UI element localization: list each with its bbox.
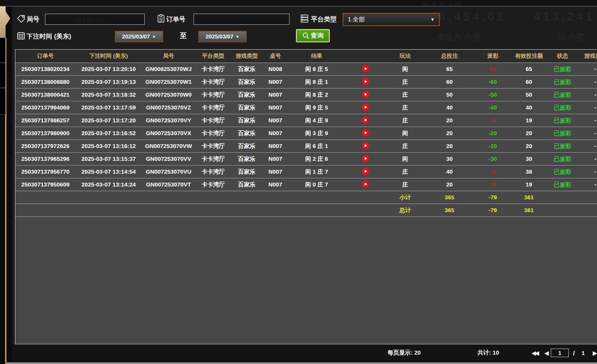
cell-video xyxy=(345,90,386,100)
cell-bet-time: 2025-03-07 13:14:54 xyxy=(75,169,142,175)
cell-platform: 卡卡湾厅 xyxy=(195,155,231,163)
prev-page-icon[interactable]: ◀ xyxy=(544,344,549,361)
cell-result: 闲 9 庄 5 xyxy=(288,104,345,112)
play-video-icon[interactable] xyxy=(362,142,369,150)
cell-status: 已派彩 xyxy=(547,155,578,163)
subtotal-row: 小计 365 -79 361 xyxy=(15,191,597,204)
column-header: 结果 xyxy=(288,52,345,60)
cell-game-type: 百家乐 xyxy=(231,65,263,73)
cell-payout: -40 xyxy=(475,104,511,111)
table-row[interactable]: 250307137965296 2025-03-07 13:15:37 GN00… xyxy=(15,152,597,165)
first-page-icon[interactable]: ◀◀ xyxy=(531,344,538,361)
table-row[interactable]: 250307137980900 2025-03-07 13:16:52 GN00… xyxy=(15,127,597,139)
cell-video xyxy=(345,116,386,125)
cell-valid-bet: 38 xyxy=(511,169,547,175)
cell-table-no: N007 xyxy=(263,104,288,111)
cell-table-no: N008 xyxy=(263,66,288,72)
cell-order-no: 250307137965296 xyxy=(15,156,75,162)
cell-table-no: N007 xyxy=(263,143,288,149)
date-range-to-label: 至 xyxy=(180,32,187,41)
cell-play-type: 庄 xyxy=(386,78,424,86)
table-row[interactable]: 250307138008880 2025-03-07 13:19:13 GN00… xyxy=(15,75,597,88)
cell-game-extra: - xyxy=(578,169,597,175)
cell-platform: 卡卡湾厅 xyxy=(195,117,231,124)
date-to-picker[interactable]: 2025/03/07 ▼ xyxy=(198,31,247,42)
table-row[interactable]: 250307138020234 2025-03-07 13:20:10 GN00… xyxy=(15,62,597,75)
cell-table-no: N007 xyxy=(263,92,288,98)
cell-status: 已派彩 xyxy=(547,78,578,86)
cell-status: 已派彩 xyxy=(547,181,578,189)
page-divider: / xyxy=(573,344,575,361)
cell-play-type: 庄 xyxy=(386,168,424,176)
cell-bet-time: 2025-03-07 13:19:13 xyxy=(75,79,142,85)
cell-bet-time: 2025-03-07 13:17:59 xyxy=(75,104,142,111)
per-page-label: 每页显示: 20 xyxy=(388,344,421,361)
left-panel-box xyxy=(0,63,6,88)
play-video-icon[interactable] xyxy=(362,77,369,86)
cell-video xyxy=(345,77,386,87)
cell-status: 已派彩 xyxy=(547,130,578,137)
play-video-icon[interactable] xyxy=(362,129,369,137)
column-header: 桌号 xyxy=(263,52,288,60)
cell-play-type: 闲 xyxy=(386,130,424,137)
table-row[interactable]: 250307137994069 2025-03-07 13:17:59 GN00… xyxy=(15,101,597,114)
cell-game-type: 百家乐 xyxy=(231,130,263,137)
table-row[interactable]: 250307137956770 2025-03-07 13:14:54 GN00… xyxy=(15,165,597,178)
cell-game-no: GN007253070VX xyxy=(142,130,195,136)
cell-platform: 卡卡湾厅 xyxy=(195,78,231,86)
column-header: 玩法 xyxy=(386,52,424,60)
date-from-picker[interactable]: 2025/03/07 ▼ xyxy=(115,31,163,42)
next-page-icon[interactable]: ▶ xyxy=(593,344,597,361)
cell-valid-bet: 30 xyxy=(511,156,547,162)
page-number-input[interactable] xyxy=(551,349,569,357)
cell-table-no: N007 xyxy=(263,130,288,136)
cell-table-no: N007 xyxy=(263,169,288,175)
total-pages: 1 xyxy=(582,344,585,361)
cell-valid-bet: 65 xyxy=(511,66,547,72)
play-video-icon[interactable] xyxy=(362,90,369,98)
play-video-icon[interactable] xyxy=(362,65,369,73)
cell-order-no: 250307137986257 xyxy=(15,117,75,124)
platform-type-select[interactable]: 1.全部 ▼ xyxy=(343,13,440,26)
cell-bet-time: 2025-03-07 13:15:37 xyxy=(75,156,142,162)
table-row[interactable]: 250307138000421 2025-03-07 13:18:32 GN00… xyxy=(15,88,597,101)
cell-order-no: 250307137980900 xyxy=(15,130,75,136)
cell-status: 已派彩 xyxy=(547,65,578,73)
play-video-icon[interactable] xyxy=(362,167,369,175)
table-row[interactable]: 250307137972626 2025-03-07 13:16:12 GN00… xyxy=(15,139,597,152)
pagination-bar: 每页显示: 20 共计: 10 ◀◀ ◀ / 1 ▶ xyxy=(12,344,597,361)
cell-bet-time: 2025-03-07 13:16:12 xyxy=(75,143,142,149)
ghost-amount: 30,454.01 xyxy=(430,10,506,24)
subtotal-valid-bet: 361 xyxy=(511,194,547,201)
play-video-icon[interactable] xyxy=(362,103,369,111)
bet-history-dialog: 919,39 30,454.01 413,241 幸运六 小奖 和 小奖 JAC… xyxy=(12,6,597,361)
cell-game-type: 百家乐 xyxy=(231,142,263,150)
ghost-big-prize-label: 幸运六 大奖 xyxy=(422,0,463,6)
play-video-icon[interactable] xyxy=(362,180,369,188)
cell-bet-time: 2025-03-07 13:17:20 xyxy=(75,117,142,124)
column-header: 局号 xyxy=(142,52,195,60)
cell-result: 闲 8 庄 1 xyxy=(288,78,345,86)
cell-total-bet: 20 xyxy=(424,130,475,136)
cell-payout: -50 xyxy=(475,92,511,98)
cell-video xyxy=(345,103,386,112)
play-video-icon[interactable] xyxy=(362,116,369,124)
column-header: 有效投注额 xyxy=(511,52,547,60)
ghost-small-prize-label: 幸运六 小奖 xyxy=(436,31,481,43)
cell-valid-bet: 40 xyxy=(511,104,547,111)
table-row[interactable]: 250307137950609 2025-03-07 13:14:24 GN00… xyxy=(15,178,597,191)
cell-video xyxy=(345,154,386,164)
play-video-icon[interactable] xyxy=(362,154,369,163)
game-no-input[interactable] xyxy=(45,14,145,25)
cell-order-no: 250307137994069 xyxy=(15,104,75,111)
cell-payout: -20 xyxy=(475,130,511,136)
cell-video xyxy=(345,142,386,151)
search-button[interactable]: 查询 xyxy=(296,29,330,42)
cell-total-bet: 50 xyxy=(424,92,475,98)
cell-table-no: N007 xyxy=(263,79,288,85)
table-row[interactable]: 250307137986257 2025-03-07 13:17:20 GN00… xyxy=(15,114,597,127)
cell-order-no: 250307137950609 xyxy=(15,181,75,188)
order-no-input[interactable] xyxy=(194,14,290,25)
chevron-down-icon: ▼ xyxy=(430,17,435,22)
subtotal-label: 小计 xyxy=(386,194,424,201)
